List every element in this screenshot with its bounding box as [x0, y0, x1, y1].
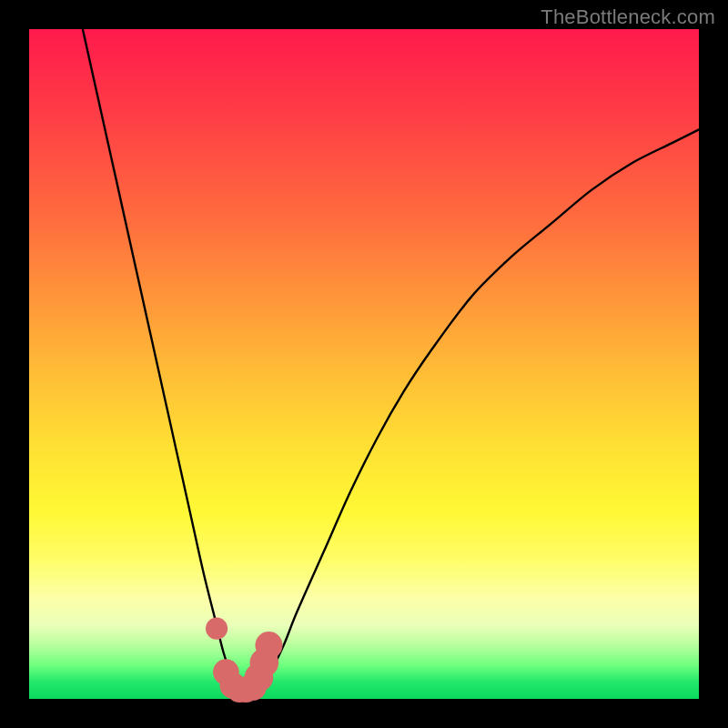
chart-frame: TheBottleneck.com	[0, 0, 728, 728]
watermark-label: TheBottleneck.com	[541, 5, 715, 29]
curve-layer	[29, 29, 699, 699]
bottleneck-curve	[83, 29, 699, 693]
plot-area	[29, 29, 699, 699]
highlight-dots	[206, 618, 283, 703]
highlight-dot	[206, 618, 228, 640]
highlight-dot	[255, 632, 282, 659]
